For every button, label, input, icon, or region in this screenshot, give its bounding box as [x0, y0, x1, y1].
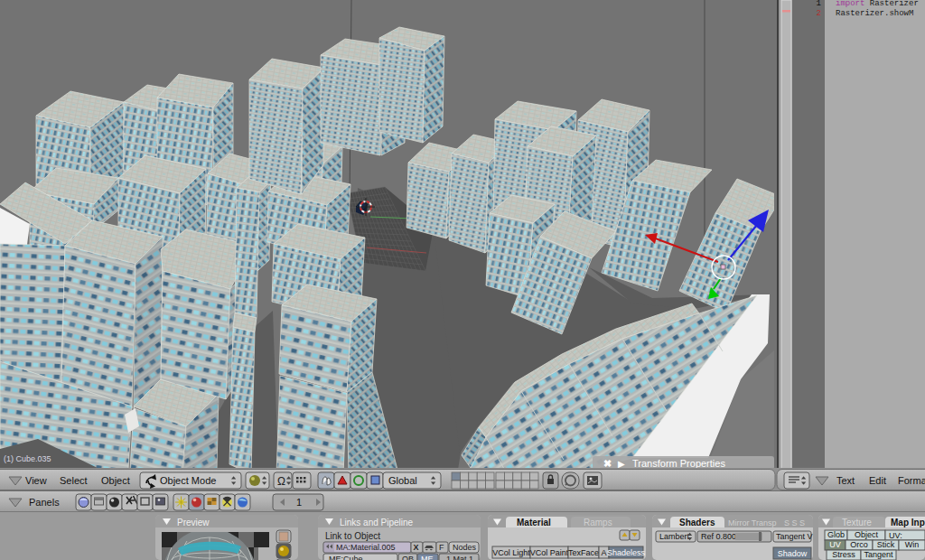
svg-text:OB: OB	[402, 555, 414, 560]
svg-text:2: 2	[817, 9, 821, 18]
svg-text:MA:Material.005: MA:Material.005	[336, 543, 396, 552]
svg-text:Ramps: Ramps	[584, 518, 612, 527]
svg-text:▶: ▶	[618, 459, 625, 469]
svg-text:Tangent V: Tangent V	[776, 532, 813, 541]
svg-text:Ω: Ω	[277, 475, 285, 488]
svg-text:Shadeless: Shadeless	[607, 548, 646, 557]
svg-text:Select: Select	[60, 475, 88, 486]
svg-text:Material: Material	[517, 518, 551, 527]
svg-text:TexFace: TexFace	[568, 548, 599, 557]
svg-text:VCol Paint: VCol Paint	[530, 548, 569, 557]
svg-text:1: 1	[817, 0, 821, 8]
svg-text:Text: Text	[836, 475, 855, 486]
svg-text:Link to Object: Link to Object	[325, 531, 380, 541]
svg-text:Stress: Stress	[832, 550, 855, 559]
svg-text:UV: UV	[829, 540, 841, 549]
svg-text:Format: Format	[898, 475, 925, 486]
svg-text:Mirror Transp: Mirror Transp	[728, 518, 777, 527]
svg-text:Lambert: Lambert	[659, 532, 690, 541]
svg-text:Texture: Texture	[842, 518, 872, 527]
svg-text:X: X	[414, 543, 419, 552]
svg-text:ME: ME	[421, 555, 434, 560]
svg-text:S S S: S S S	[784, 518, 805, 527]
svg-text:View: View	[25, 475, 47, 486]
svg-text:UV:: UV:	[889, 531, 902, 540]
svg-text:Edit: Edit	[869, 475, 886, 486]
svg-text:Map Input: Map Input	[891, 518, 925, 527]
svg-text:VCol Light: VCol Light	[492, 548, 530, 557]
svg-text:✖: ✖	[603, 458, 612, 469]
svg-text:Glob: Glob	[827, 530, 845, 539]
svg-text:Transform Properties: Transform Properties	[632, 458, 725, 469]
svg-text:Preview: Preview	[177, 518, 210, 527]
svg-text:Shaders: Shaders	[679, 518, 715, 527]
svg-text:Object: Object	[101, 475, 130, 486]
svg-text:Win: Win	[905, 540, 920, 549]
svg-text:Object Mode: Object Mode	[160, 475, 216, 486]
svg-text:Panels: Panels	[29, 497, 60, 508]
svg-text:A: A	[601, 548, 606, 557]
svg-text:Links and Pipeline: Links and Pipeline	[340, 518, 414, 527]
svg-text:Object: Object	[855, 530, 879, 539]
svg-text:Orco: Orco	[850, 540, 868, 549]
svg-text:1: 1	[296, 497, 302, 508]
svg-text:Nodes: Nodes	[453, 543, 477, 552]
svg-text:ME:Cube: ME:Cube	[329, 555, 363, 560]
svg-text:F: F	[439, 543, 444, 552]
svg-text:import Rasterizer: import Rasterizer	[836, 0, 919, 8]
svg-text:Shadow: Shadow	[778, 549, 808, 558]
svg-text:1 Mat 1: 1 Mat 1	[446, 555, 473, 560]
svg-text:Tangent: Tangent	[864, 550, 893, 559]
svg-text:Rasterizer.showM: Rasterizer.showM	[836, 9, 913, 18]
svg-text:Global: Global	[388, 475, 417, 486]
svg-text:(1) Cube.035: (1) Cube.035	[4, 454, 51, 463]
svg-text:Ref 0.800: Ref 0.800	[701, 532, 736, 541]
svg-text:Stick: Stick	[877, 540, 895, 549]
